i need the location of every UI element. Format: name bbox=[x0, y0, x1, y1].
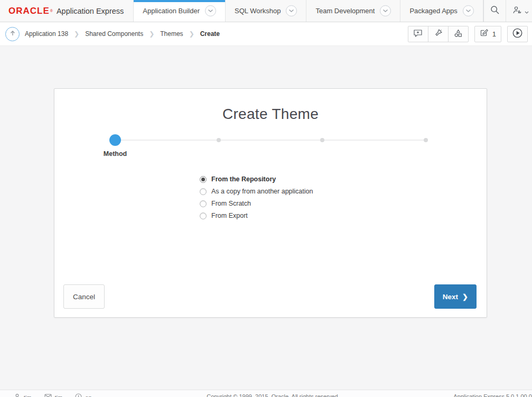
footer-user[interactable]: tim bbox=[14, 393, 32, 397]
flashlight-icon bbox=[434, 29, 443, 39]
footer-workspace-name: tim bbox=[55, 394, 63, 397]
radio-option-from-the-repository[interactable]: From the Repository bbox=[200, 175, 487, 183]
comment-plus-icon bbox=[413, 29, 423, 39]
page-toolbar: 1 bbox=[408, 26, 528, 42]
breadcrumb-item-themes[interactable]: Themes bbox=[160, 30, 183, 38]
footer-language-code: en bbox=[85, 394, 91, 397]
tab-label: Team Development bbox=[315, 7, 375, 15]
breadcrumb-separator-icon: ❯ bbox=[149, 30, 154, 38]
oracle-wordmark: ORACLE bbox=[8, 6, 50, 16]
debug-button[interactable] bbox=[428, 26, 449, 42]
radio-unselected-icon[interactable] bbox=[200, 200, 207, 207]
product-name: Application Express bbox=[57, 7, 124, 15]
top-navigation-bar: ORACLE® Application Express Application … bbox=[0, 0, 532, 22]
footer-workspace[interactable]: tim bbox=[44, 394, 63, 397]
breadcrumb-bar: Application 138❯Shared Components❯Themes… bbox=[0, 22, 532, 46]
run-application-button[interactable] bbox=[507, 26, 528, 42]
edit-page-number: 1 bbox=[492, 30, 496, 38]
search-icon bbox=[490, 5, 499, 16]
breadcrumb-item-application-138[interactable]: Application 138 bbox=[25, 30, 68, 38]
next-button-label: Next bbox=[443, 293, 458, 301]
chevron-down-icon bbox=[286, 5, 297, 16]
tab-label: Packaged Apps bbox=[409, 7, 457, 15]
step-dot-4 bbox=[424, 138, 428, 142]
edit-page-button[interactable]: 1 bbox=[474, 26, 501, 42]
administration-icon bbox=[512, 6, 522, 16]
up-level-button[interactable] bbox=[5, 27, 20, 41]
breadcrumb: Application 138❯Shared Components❯Themes… bbox=[25, 30, 220, 38]
radio-option-label: From Scratch bbox=[211, 200, 251, 207]
wizard-progress-train: Method bbox=[54, 133, 487, 163]
main-tabs: Application BuilderSQL WorkshopTeam Deve… bbox=[133, 0, 483, 22]
shapes-icon bbox=[454, 29, 463, 39]
radio-option-as-a-copy-from-another-application[interactable]: As a copy from another application bbox=[200, 187, 487, 196]
step-dot-3 bbox=[320, 138, 324, 142]
footer-user-name: tim bbox=[24, 394, 32, 397]
breadcrumb-item-shared-components[interactable]: Shared Components bbox=[85, 30, 143, 38]
copyright-text: Copyright © 1999, 2015, Oracle. All righ… bbox=[105, 393, 442, 397]
shared-components-button[interactable] bbox=[448, 26, 469, 42]
clock-icon bbox=[75, 393, 82, 397]
chevron-down-icon bbox=[205, 5, 216, 16]
tab-packaged-apps[interactable]: Packaged Apps bbox=[400, 0, 483, 22]
tab-sql-workshop[interactable]: SQL Workshop bbox=[226, 0, 306, 22]
radio-unselected-icon[interactable] bbox=[200, 213, 207, 219]
radio-selected-icon[interactable] bbox=[200, 176, 207, 183]
step-dot-1 bbox=[109, 134, 121, 146]
radio-option-from-scratch[interactable]: From Scratch bbox=[200, 199, 487, 208]
footer-language[interactable]: en bbox=[75, 393, 91, 397]
user-icon bbox=[14, 393, 21, 397]
version-text: Application Express 5.0.1.00.06 bbox=[453, 393, 532, 397]
tab-application-builder[interactable]: Application Builder bbox=[133, 0, 226, 22]
envelope-icon bbox=[44, 394, 52, 397]
next-button[interactable]: Next ❯ bbox=[434, 284, 477, 309]
footer-session-info: tim tim en bbox=[14, 393, 105, 397]
play-circle-icon bbox=[512, 28, 522, 40]
administration-menu-button[interactable] bbox=[506, 0, 532, 22]
topbar-actions: ? bbox=[483, 0, 532, 22]
breadcrumb-separator-icon: ❯ bbox=[189, 30, 194, 38]
wizard-title: Create Theme bbox=[54, 89, 487, 123]
search-button[interactable] bbox=[484, 0, 506, 22]
utility-button-group bbox=[408, 26, 469, 42]
registered-mark: ® bbox=[50, 9, 53, 13]
cancel-button[interactable]: Cancel bbox=[63, 284, 105, 309]
step-dot-2 bbox=[217, 138, 221, 142]
tab-label: Application Builder bbox=[143, 7, 200, 15]
progress-line bbox=[114, 140, 427, 141]
chevron-down-icon bbox=[380, 5, 391, 16]
wizard-buttons: Cancel Next ❯ bbox=[63, 284, 477, 309]
chevron-down-icon bbox=[463, 5, 474, 16]
breadcrumb-separator-icon: ❯ bbox=[74, 30, 79, 38]
breadcrumb-item-create: Create bbox=[200, 30, 220, 38]
tab-label: SQL Workshop bbox=[235, 7, 281, 15]
feedback-button[interactable] bbox=[408, 26, 428, 42]
create-theme-wizard: Create Theme Method From the RepositoryA… bbox=[54, 88, 487, 318]
page-content: Create Theme Method From the RepositoryA… bbox=[0, 88, 532, 318]
oracle-apex-logo[interactable]: ORACLE® Application Express bbox=[0, 0, 133, 22]
step-label-method: Method bbox=[104, 150, 127, 158]
radio-option-from-export[interactable]: From Export bbox=[200, 211, 487, 220]
radio-unselected-icon[interactable] bbox=[200, 188, 207, 195]
up-arrow-icon bbox=[10, 29, 16, 39]
radio-option-label: From the Repository bbox=[211, 176, 276, 183]
chevron-down-icon bbox=[525, 6, 529, 16]
radio-option-label: As a copy from another application bbox=[211, 188, 313, 195]
radio-option-label: From Export bbox=[211, 212, 248, 219]
page-footer: tim tim en Copyright © 1999, 2015, Oracl… bbox=[0, 390, 532, 397]
edit-icon bbox=[480, 29, 489, 39]
tab-team-development[interactable]: Team Development bbox=[306, 0, 400, 22]
chevron-right-icon: ❯ bbox=[462, 293, 468, 301]
method-radio-group: From the RepositoryAs a copy from anothe… bbox=[200, 175, 487, 220]
